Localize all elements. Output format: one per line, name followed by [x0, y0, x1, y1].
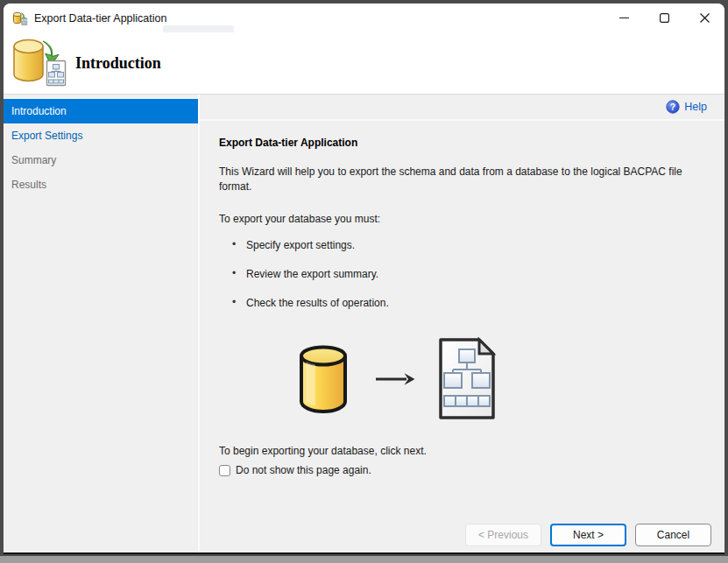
bullet-icon: • [232, 296, 236, 308]
previous-button: < Previous [465, 524, 541, 546]
wizard-steps-sidebar: Introduction Export Settings Summary Res… [4, 95, 200, 553]
requirements-list: •Specify export settings. •Review the ex… [219, 239, 707, 309]
checkbox-label: Do not show this page again. [236, 464, 371, 476]
minimize-button[interactable] [604, 4, 644, 32]
window-bottom-shadow [0, 556, 728, 563]
list-item: •Specify export settings. [219, 239, 707, 251]
content-body: Export Data-tier Application This Wizard… [200, 137, 724, 476]
help-bar: ? Help [200, 95, 724, 121]
help-link[interactable]: ? Help [666, 100, 707, 114]
export-illustration [298, 337, 707, 420]
main-area: Introduction Export Settings Summary Res… [4, 95, 724, 553]
wizard-footer-buttons: < Previous Next > Cancel [465, 524, 711, 546]
content-panel: ? Help Export Data-tier Application This… [200, 95, 724, 553]
page-title: Introduction [75, 54, 161, 73]
window-controls [604, 4, 724, 32]
do-not-show-checkbox-row[interactable]: Do not show this page again. [219, 464, 707, 476]
database-cylinder-icon [298, 344, 349, 413]
list-item: •Check the results of operation. [219, 297, 707, 309]
titlebar[interactable]: Export Data-tier Application [4, 4, 724, 32]
close-icon [700, 13, 710, 23]
next-button[interactable]: Next > [550, 524, 626, 546]
titlebar-tab-highlight [163, 25, 234, 32]
close-button[interactable] [684, 4, 724, 32]
database-export-app-icon [12, 11, 28, 25]
cancel-button[interactable]: Cancel [635, 524, 711, 546]
bacpac-document-icon [438, 337, 496, 420]
database-export-wizard-icon [11, 37, 67, 89]
requirements-label: To export your database you must: [219, 213, 707, 225]
maximize-button[interactable] [644, 4, 684, 32]
help-label: Help [684, 101, 707, 113]
sidebar-item-summary: Summary [4, 148, 198, 172]
sidebar-item-export-settings[interactable]: Export Settings [4, 123, 198, 148]
sidebar-item-results: Results [4, 172, 198, 197]
begin-text: To begin exporting your database, click … [219, 445, 707, 457]
checkbox[interactable] [219, 465, 230, 476]
maximize-icon [660, 13, 669, 23]
help-icon: ? [666, 100, 680, 114]
wizard-header: Introduction [4, 32, 724, 95]
intro-paragraph: This Wizard will help you to export the … [219, 165, 697, 194]
wizard-window: Export Data-tier Application [4, 4, 724, 554]
svg-text:?: ? [670, 102, 675, 112]
arrow-right-icon [375, 372, 415, 386]
window-title: Export Data-tier Application [34, 12, 166, 25]
sidebar-item-introduction[interactable]: Introduction [4, 99, 198, 123]
content-heading: Export Data-tier Application [219, 137, 707, 149]
minimize-icon [619, 13, 629, 23]
bullet-icon: • [232, 238, 236, 250]
bullet-icon: • [232, 267, 236, 279]
list-item: •Review the export summary. [219, 268, 707, 280]
